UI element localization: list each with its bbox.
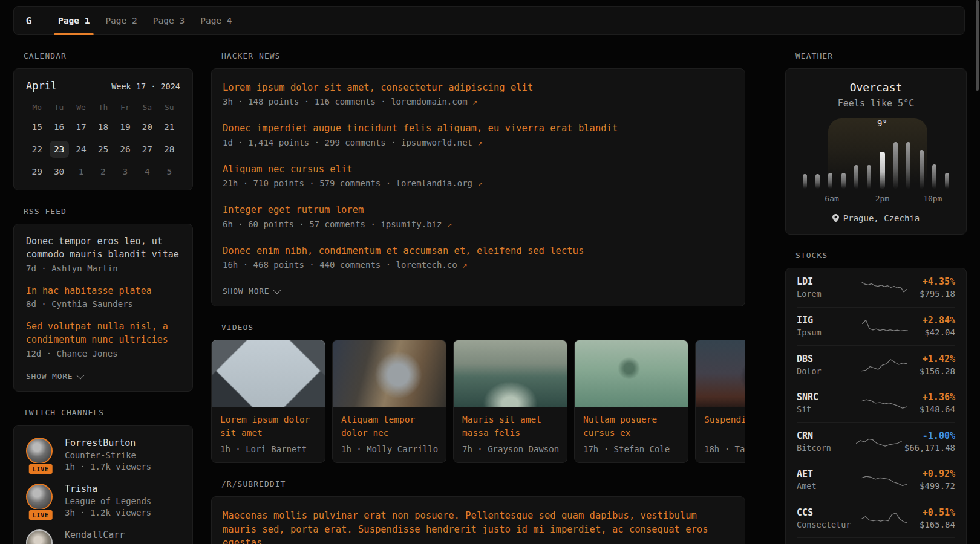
stock-row[interactable]: SNRC Sit +1.36% $148.64 [797,384,955,423]
video-title[interactable]: Lorem ipsum dolor sit amet consectetu… [220,413,316,440]
chevron-down-icon [77,371,85,379]
weather-bar [920,150,924,189]
video-meta: 1h · Lori Barnett [220,444,316,454]
stock-sparkline [861,470,908,490]
stock-row[interactable]: CRN Bitcorn -1.00% $66,171.48 [797,422,955,461]
app-logo[interactable]: G [14,7,44,34]
stock-id: CCS Consectetur [797,507,855,529]
external-link-icon[interactable]: ↗ [472,97,477,106]
main-column: HACKER NEWS Lorem ipsum dolor sit amet, … [211,51,745,544]
subreddit-card: Maecenas mollis pulvinar erat non posuer… [211,496,745,544]
stock-row[interactable]: AET Amet +0.92% $499.72 [797,461,955,499]
stock-sparkline [861,393,908,413]
stock-symbol: DBS [797,354,855,364]
video-thumbnail[interactable] [212,340,325,407]
hn-item-title[interactable]: Lorem ipsum dolor sit amet, consectetur … [223,81,734,94]
stock-sparkline [861,316,909,337]
twitch-channel-row[interactable]: LIVE Trisha League of Legends 3h · 1.2k … [26,484,180,517]
stock-id: IIG Ipsum [797,315,855,337]
video-card[interactable]: Suspendisse diam 18h · Tara [695,340,745,463]
calendar-day: 22 [27,141,47,158]
stock-row[interactable]: AHS +0.46% [797,537,955,544]
hn-show-more-button[interactable]: SHOW MORE [223,287,279,296]
video-thumbnail[interactable] [696,340,745,407]
stocks-card: LDI Lorem +4.35% $795.18 IIG Ipsum [785,268,967,544]
channel-viewers: 1h · 1.7k viewers [65,462,151,471]
video-thumbnail[interactable] [454,340,567,407]
stock-symbol: CRN [797,430,855,441]
hn-meta-text: 3h · 148 points · 116 comments · loremdo… [223,97,468,106]
stock-price: $499.72 [920,481,955,491]
stock-symbol: AET [797,468,855,479]
external-link-icon[interactable]: ↗ [462,260,467,270]
rss-widget: RSS FEED Donec tempor eros leo, ut commo… [13,207,193,392]
stock-sparkline [861,277,908,298]
twitch-channel-row[interactable]: LIVE ForrestBurton Counter-Strike 1h · 1… [26,438,180,471]
hackernews-section-title: HACKER NEWS [221,51,745,60]
external-link-icon[interactable]: ↗ [447,219,452,229]
hn-item-meta: 21h · 710 points · 579 comments · loreml… [223,178,734,188]
hn-item-title[interactable]: Aliquam nec cursus elit [223,163,734,176]
video-card[interactable]: Mauris sit amet massa felis 7h · Grayson… [453,340,567,463]
calendar-day: 30 [50,163,69,180]
video-thumbnail[interactable] [333,340,446,407]
weather-location: Prague, Czechia [843,213,920,223]
tab-page-4[interactable]: Page 4 [192,7,240,34]
video-card[interactable]: Lorem ipsum dolor sit amet consectetu… 1… [211,340,325,463]
stock-row[interactable]: LDI Lorem +4.35% $795.18 [797,268,955,307]
video-title[interactable]: Nullam posuere cursus ex [583,413,679,440]
scrollbar-thumb[interactable] [976,0,979,91]
weather-bar [841,173,846,189]
hn-item-title[interactable]: Donec imperdiet augue tincidunt felis al… [223,121,734,135]
stock-row[interactable]: CCS Consectetur +0.51% $165.84 [797,499,955,537]
weather-bars [800,133,952,189]
channel-info: Trisha League of Legends 3h · 1.2k viewe… [65,484,151,517]
channel-name: Trisha [65,484,151,494]
weekday-label: Tu [54,103,64,114]
location-pin-icon [832,214,839,222]
calendar-day: 28 [160,141,179,158]
top-navbar: G Page 1 Page 2 Page 3 Page 4 [13,6,965,35]
video-title[interactable]: Aliquam tempor dolor nec pharetra… [341,413,437,440]
video-card[interactable]: Aliquam tempor dolor nec pharetra… 1h · … [332,340,446,463]
hour-labels: 6am2pm10pm [800,194,952,205]
rss-item-title[interactable]: Sed volutpat nulla nisl, a condimentum n… [26,320,180,347]
calendar-day: 16 [50,118,69,135]
rss-item-meta: 12d · Chance Jones [26,349,180,358]
post-title[interactable]: Maecenas mollis pulvinar erat non posuer… [223,509,734,544]
hackernews-widget: HACKER NEWS Lorem ipsum dolor sit amet, … [211,51,745,306]
weather-bar [828,173,832,189]
calendar-section-title: CALENDAR [24,51,193,60]
video-card[interactable]: Nullam posuere cursus ex 17h · Stefan Co… [574,340,688,463]
video-info: Mauris sit amet massa felis 7h · Grayson… [454,407,567,462]
stock-values: -1.00% $66,171.48 [904,430,955,453]
video-thumbnail[interactable] [575,340,688,407]
hn-item-meta: 3h · 148 points · 116 comments · loremdo… [223,97,734,106]
twitch-channel-row[interactable]: KendallCarr [26,529,180,544]
video-title[interactable]: Suspendisse diam [704,413,745,440]
stock-name: Consectetur [797,520,855,529]
hn-item-title[interactable]: Donec enim nibh, condimentum et accumsan… [223,244,734,257]
external-link-icon[interactable]: ↗ [477,138,482,147]
rss-show-more-button[interactable]: SHOW MORE [26,372,82,381]
tab-page-1[interactable]: Page 1 [50,7,97,34]
weather-bar [932,164,936,189]
hn-item: Donec enim nibh, condimentum et accumsan… [223,244,734,270]
twitch-card: LIVE ForrestBurton Counter-Strike 1h · 1… [13,425,193,544]
stock-row[interactable]: DBS Dolor +1.42% $156.28 [797,345,955,384]
stock-row[interactable]: IIG Ipsum +2.84% $42.04 [797,307,955,346]
rss-item-title[interactable]: Donec tempor eros leo, ut commodo mauris… [26,235,180,262]
calendar-day: 2 [93,163,113,180]
video-title[interactable]: Mauris sit amet massa felis [462,413,558,440]
stock-symbol: IIG [797,315,855,326]
stock-name: Sit [797,404,855,414]
tab-page-2[interactable]: Page 2 [97,7,145,34]
calendar-day: 23 [50,141,69,158]
stock-values: +0.92% $499.72 [920,468,955,491]
hour-label: 10pm [923,194,942,203]
tab-page-3[interactable]: Page 3 [145,7,192,34]
hn-item-title[interactable]: Integer eget rutrum lorem [223,203,734,216]
external-link-icon[interactable]: ↗ [477,178,482,188]
rss-item-title[interactable]: In hac habitasse platea [26,285,180,298]
video-meta: 17h · Stefan Cole [583,444,679,454]
